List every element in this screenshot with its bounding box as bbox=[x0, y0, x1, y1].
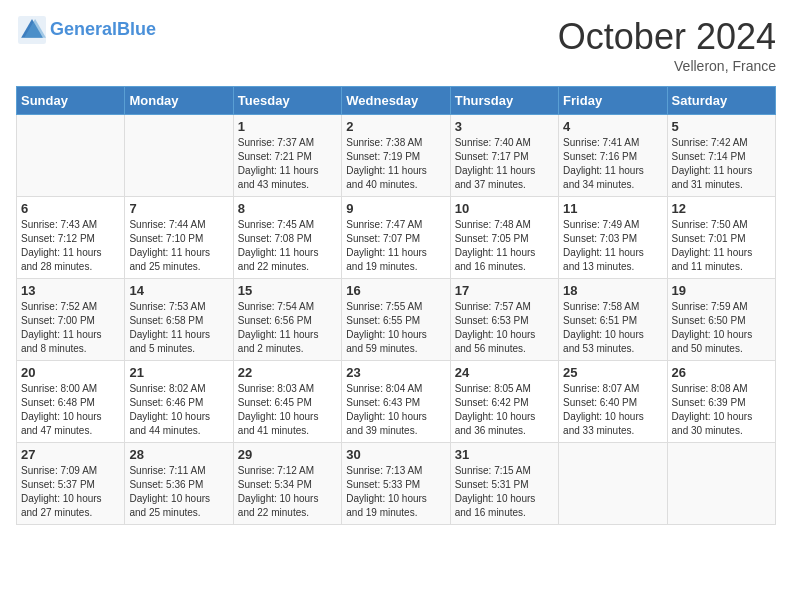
day-cell: 7Sunrise: 7:44 AMSunset: 7:10 PMDaylight… bbox=[125, 197, 233, 279]
day-number: 21 bbox=[129, 365, 228, 380]
day-info: Sunrise: 7:12 AMSunset: 5:34 PMDaylight:… bbox=[238, 464, 337, 520]
day-number: 28 bbox=[129, 447, 228, 462]
day-info: Sunrise: 7:38 AMSunset: 7:19 PMDaylight:… bbox=[346, 136, 445, 192]
day-info: Sunrise: 8:00 AMSunset: 6:48 PMDaylight:… bbox=[21, 382, 120, 438]
day-info: Sunrise: 8:04 AMSunset: 6:43 PMDaylight:… bbox=[346, 382, 445, 438]
day-number: 5 bbox=[672, 119, 771, 134]
day-cell bbox=[125, 115, 233, 197]
day-number: 8 bbox=[238, 201, 337, 216]
day-info: Sunrise: 7:47 AMSunset: 7:07 PMDaylight:… bbox=[346, 218, 445, 274]
day-cell bbox=[17, 115, 125, 197]
day-number: 18 bbox=[563, 283, 662, 298]
logo-line1: General bbox=[50, 19, 117, 39]
day-info: Sunrise: 7:45 AMSunset: 7:08 PMDaylight:… bbox=[238, 218, 337, 274]
logo-text: GeneralBlue bbox=[50, 20, 156, 40]
day-cell: 8Sunrise: 7:45 AMSunset: 7:08 PMDaylight… bbox=[233, 197, 341, 279]
day-cell: 29Sunrise: 7:12 AMSunset: 5:34 PMDayligh… bbox=[233, 443, 341, 525]
day-number: 24 bbox=[455, 365, 554, 380]
day-cell: 28Sunrise: 7:11 AMSunset: 5:36 PMDayligh… bbox=[125, 443, 233, 525]
day-info: Sunrise: 7:50 AMSunset: 7:01 PMDaylight:… bbox=[672, 218, 771, 274]
day-cell: 1Sunrise: 7:37 AMSunset: 7:21 PMDaylight… bbox=[233, 115, 341, 197]
title-block: October 2024 Velleron, France bbox=[558, 16, 776, 74]
day-cell: 11Sunrise: 7:49 AMSunset: 7:03 PMDayligh… bbox=[559, 197, 667, 279]
weekday-header-saturday: Saturday bbox=[667, 87, 775, 115]
day-cell: 13Sunrise: 7:52 AMSunset: 7:00 PMDayligh… bbox=[17, 279, 125, 361]
day-info: Sunrise: 7:15 AMSunset: 5:31 PMDaylight:… bbox=[455, 464, 554, 520]
day-cell: 3Sunrise: 7:40 AMSunset: 7:17 PMDaylight… bbox=[450, 115, 558, 197]
day-number: 7 bbox=[129, 201, 228, 216]
day-number: 17 bbox=[455, 283, 554, 298]
day-number: 29 bbox=[238, 447, 337, 462]
location: Velleron, France bbox=[558, 58, 776, 74]
day-info: Sunrise: 8:02 AMSunset: 6:46 PMDaylight:… bbox=[129, 382, 228, 438]
day-cell: 17Sunrise: 7:57 AMSunset: 6:53 PMDayligh… bbox=[450, 279, 558, 361]
day-cell: 6Sunrise: 7:43 AMSunset: 7:12 PMDaylight… bbox=[17, 197, 125, 279]
weekday-header-row: SundayMondayTuesdayWednesdayThursdayFrid… bbox=[17, 87, 776, 115]
day-cell: 24Sunrise: 8:05 AMSunset: 6:42 PMDayligh… bbox=[450, 361, 558, 443]
day-number: 25 bbox=[563, 365, 662, 380]
day-cell: 5Sunrise: 7:42 AMSunset: 7:14 PMDaylight… bbox=[667, 115, 775, 197]
weekday-header-thursday: Thursday bbox=[450, 87, 558, 115]
day-info: Sunrise: 7:55 AMSunset: 6:55 PMDaylight:… bbox=[346, 300, 445, 356]
week-row-1: 1Sunrise: 7:37 AMSunset: 7:21 PMDaylight… bbox=[17, 115, 776, 197]
day-cell: 31Sunrise: 7:15 AMSunset: 5:31 PMDayligh… bbox=[450, 443, 558, 525]
day-cell bbox=[559, 443, 667, 525]
day-number: 19 bbox=[672, 283, 771, 298]
week-row-2: 6Sunrise: 7:43 AMSunset: 7:12 PMDaylight… bbox=[17, 197, 776, 279]
day-cell: 21Sunrise: 8:02 AMSunset: 6:46 PMDayligh… bbox=[125, 361, 233, 443]
day-number: 10 bbox=[455, 201, 554, 216]
day-cell: 19Sunrise: 7:59 AMSunset: 6:50 PMDayligh… bbox=[667, 279, 775, 361]
day-number: 11 bbox=[563, 201, 662, 216]
day-number: 3 bbox=[455, 119, 554, 134]
day-cell: 15Sunrise: 7:54 AMSunset: 6:56 PMDayligh… bbox=[233, 279, 341, 361]
logo: GeneralBlue bbox=[16, 16, 156, 44]
day-number: 12 bbox=[672, 201, 771, 216]
day-number: 13 bbox=[21, 283, 120, 298]
day-info: Sunrise: 8:07 AMSunset: 6:40 PMDaylight:… bbox=[563, 382, 662, 438]
day-number: 20 bbox=[21, 365, 120, 380]
day-info: Sunrise: 7:11 AMSunset: 5:36 PMDaylight:… bbox=[129, 464, 228, 520]
weekday-header-friday: Friday bbox=[559, 87, 667, 115]
day-info: Sunrise: 7:58 AMSunset: 6:51 PMDaylight:… bbox=[563, 300, 662, 356]
day-info: Sunrise: 7:48 AMSunset: 7:05 PMDaylight:… bbox=[455, 218, 554, 274]
week-row-3: 13Sunrise: 7:52 AMSunset: 7:00 PMDayligh… bbox=[17, 279, 776, 361]
weekday-header-wednesday: Wednesday bbox=[342, 87, 450, 115]
day-cell: 26Sunrise: 8:08 AMSunset: 6:39 PMDayligh… bbox=[667, 361, 775, 443]
day-cell: 20Sunrise: 8:00 AMSunset: 6:48 PMDayligh… bbox=[17, 361, 125, 443]
week-row-4: 20Sunrise: 8:00 AMSunset: 6:48 PMDayligh… bbox=[17, 361, 776, 443]
day-cell: 12Sunrise: 7:50 AMSunset: 7:01 PMDayligh… bbox=[667, 197, 775, 279]
day-cell: 18Sunrise: 7:58 AMSunset: 6:51 PMDayligh… bbox=[559, 279, 667, 361]
page-header: GeneralBlue October 2024 Velleron, Franc… bbox=[16, 16, 776, 74]
day-number: 27 bbox=[21, 447, 120, 462]
day-cell: 27Sunrise: 7:09 AMSunset: 5:37 PMDayligh… bbox=[17, 443, 125, 525]
day-info: Sunrise: 7:54 AMSunset: 6:56 PMDaylight:… bbox=[238, 300, 337, 356]
day-number: 30 bbox=[346, 447, 445, 462]
day-number: 6 bbox=[21, 201, 120, 216]
day-cell: 4Sunrise: 7:41 AMSunset: 7:16 PMDaylight… bbox=[559, 115, 667, 197]
day-number: 23 bbox=[346, 365, 445, 380]
day-cell: 2Sunrise: 7:38 AMSunset: 7:19 PMDaylight… bbox=[342, 115, 450, 197]
day-number: 4 bbox=[563, 119, 662, 134]
day-info: Sunrise: 7:42 AMSunset: 7:14 PMDaylight:… bbox=[672, 136, 771, 192]
day-cell: 9Sunrise: 7:47 AMSunset: 7:07 PMDaylight… bbox=[342, 197, 450, 279]
day-info: Sunrise: 7:13 AMSunset: 5:33 PMDaylight:… bbox=[346, 464, 445, 520]
day-number: 2 bbox=[346, 119, 445, 134]
day-number: 15 bbox=[238, 283, 337, 298]
day-cell bbox=[667, 443, 775, 525]
day-info: Sunrise: 7:53 AMSunset: 6:58 PMDaylight:… bbox=[129, 300, 228, 356]
day-number: 14 bbox=[129, 283, 228, 298]
day-info: Sunrise: 7:09 AMSunset: 5:37 PMDaylight:… bbox=[21, 464, 120, 520]
day-info: Sunrise: 7:57 AMSunset: 6:53 PMDaylight:… bbox=[455, 300, 554, 356]
day-number: 26 bbox=[672, 365, 771, 380]
day-number: 9 bbox=[346, 201, 445, 216]
day-number: 31 bbox=[455, 447, 554, 462]
day-cell: 10Sunrise: 7:48 AMSunset: 7:05 PMDayligh… bbox=[450, 197, 558, 279]
day-cell: 14Sunrise: 7:53 AMSunset: 6:58 PMDayligh… bbox=[125, 279, 233, 361]
day-info: Sunrise: 8:03 AMSunset: 6:45 PMDaylight:… bbox=[238, 382, 337, 438]
day-number: 16 bbox=[346, 283, 445, 298]
logo-line2: Blue bbox=[117, 19, 156, 39]
day-info: Sunrise: 8:08 AMSunset: 6:39 PMDaylight:… bbox=[672, 382, 771, 438]
day-info: Sunrise: 7:52 AMSunset: 7:00 PMDaylight:… bbox=[21, 300, 120, 356]
day-info: Sunrise: 7:43 AMSunset: 7:12 PMDaylight:… bbox=[21, 218, 120, 274]
day-number: 22 bbox=[238, 365, 337, 380]
